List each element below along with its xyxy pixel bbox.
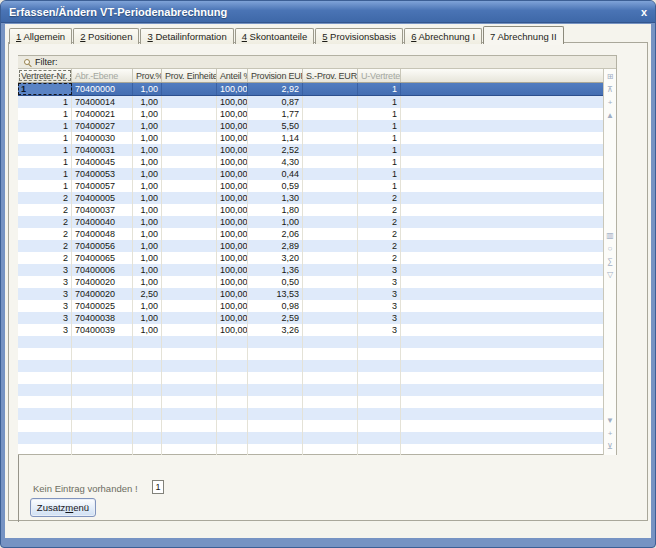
table-cell[interactable] (303, 192, 358, 204)
table-cell[interactable] (303, 288, 358, 300)
table-cell[interactable]: 1,00 (133, 264, 162, 276)
column-header[interactable]: Prov. Einheiten (162, 69, 217, 82)
table-cell[interactable] (162, 228, 217, 240)
table-row[interactable]: 1704000001,00100,002,921 (18, 83, 603, 96)
table-cell[interactable] (162, 348, 217, 360)
table-cell[interactable]: 100,00 (217, 240, 248, 252)
table-cell[interactable]: 1,30 (248, 192, 303, 204)
table-cell[interactable] (133, 420, 162, 432)
table-cell[interactable]: 1,77 (248, 108, 303, 120)
table-cell[interactable] (358, 348, 401, 360)
table-cell[interactable]: 0,44 (248, 168, 303, 180)
table-row[interactable]: 1704000531,00100,000,441 (18, 168, 603, 180)
table-cell[interactable] (358, 360, 401, 372)
table-cell[interactable]: 70400020 (72, 276, 133, 288)
empty-row[interactable] (18, 420, 603, 432)
table-cell[interactable]: 2 (358, 216, 401, 228)
table-cell[interactable] (303, 132, 358, 144)
tab-6[interactable]: 6 Abrechnung I (404, 28, 482, 44)
table-cell[interactable]: 1,36 (248, 264, 303, 276)
tab-7[interactable]: 7 Abrechnung II (483, 26, 564, 44)
table-cell[interactable] (358, 420, 401, 432)
table-cell[interactable] (248, 432, 303, 444)
tab-4[interactable]: 4 Skontoanteile (235, 28, 315, 44)
table-cell[interactable]: 1,00 (248, 216, 303, 228)
table-cell[interactable]: 3 (18, 288, 72, 300)
table-row[interactable]: 2704000481,00100,002,062 (18, 228, 603, 240)
table-cell[interactable] (358, 384, 401, 396)
table-row[interactable]: 1704000571,00100,000,591 (18, 180, 603, 192)
table-cell[interactable] (248, 444, 303, 455)
table-cell[interactable]: 2 (358, 228, 401, 240)
table-cell[interactable]: 1,00 (133, 228, 162, 240)
table-cell[interactable] (217, 384, 248, 396)
table-cell[interactable]: 1,80 (248, 204, 303, 216)
tab-3[interactable]: 3 Detailinformation (140, 28, 233, 44)
table-cell[interactable]: 70400021 (72, 108, 133, 120)
table-cell[interactable]: 100,00 (217, 204, 248, 216)
table-cell[interactable]: 1 (358, 180, 401, 192)
table-cell[interactable]: 2 (358, 204, 401, 216)
table-row[interactable]: 2704000651,00100,003,202 (18, 252, 603, 264)
table-row[interactable]: 3704000391,00100,003,263 (18, 324, 603, 336)
filter-row[interactable]: Filter: (18, 56, 616, 69)
table-cell[interactable]: 100,00 (217, 168, 248, 180)
table-cell[interactable]: 1 (18, 144, 72, 156)
scroll-down-icon[interactable]: ▼ (604, 414, 616, 427)
table-cell[interactable]: 2 (358, 192, 401, 204)
table-cell[interactable] (303, 96, 358, 108)
table-cell[interactable] (72, 336, 133, 348)
table-cell[interactable]: 1 (18, 168, 72, 180)
table-cell[interactable] (72, 408, 133, 420)
table-cell[interactable]: 1 (18, 96, 72, 108)
table-cell[interactable] (303, 120, 358, 132)
table-cell[interactable] (18, 444, 72, 455)
table-cell[interactable] (217, 420, 248, 432)
table-cell[interactable] (162, 180, 217, 192)
table-cell[interactable]: 1 (18, 156, 72, 168)
table-cell[interactable]: 1,00 (133, 276, 162, 288)
table-cell[interactable] (133, 384, 162, 396)
table-cell[interactable] (303, 444, 358, 455)
table-cell[interactable]: 100,00 (217, 276, 248, 288)
table-cell[interactable] (133, 336, 162, 348)
table-cell[interactable]: 100,00 (217, 96, 248, 108)
sum-icon[interactable]: ∑ (604, 255, 616, 268)
table-cell[interactable]: 1 (18, 180, 72, 192)
table-cell[interactable]: 1 (358, 96, 401, 108)
table-cell[interactable] (72, 372, 133, 384)
table-cell[interactable] (303, 300, 358, 312)
table-row[interactable]: 2704000051,00100,001,302 (18, 192, 603, 204)
table-cell[interactable]: 0,50 (248, 276, 303, 288)
table-cell[interactable] (18, 420, 72, 432)
table-cell[interactable] (72, 348, 133, 360)
table-cell[interactable] (18, 372, 72, 384)
table-cell[interactable] (162, 360, 217, 372)
table-row[interactable]: 3704000061,00100,001,363 (18, 264, 603, 276)
table-cell[interactable] (303, 264, 358, 276)
table-cell[interactable] (162, 408, 217, 420)
column-header[interactable]: U-Vertreter (358, 69, 401, 82)
table-cell[interactable] (18, 396, 72, 408)
column-header[interactable]: Provision EUR (248, 69, 303, 82)
table-cell[interactable]: 70400057 (72, 180, 133, 192)
table-cell[interactable]: 100,00 (217, 108, 248, 120)
table-cell[interactable]: 70400006 (72, 264, 133, 276)
table-cell[interactable] (133, 432, 162, 444)
table-cell[interactable] (248, 420, 303, 432)
table-cell[interactable] (133, 408, 162, 420)
table-cell[interactable]: 100,00 (217, 324, 248, 336)
table-cell[interactable]: 3,20 (248, 252, 303, 264)
table-cell[interactable] (162, 216, 217, 228)
table-cell[interactable]: 1,00 (133, 132, 162, 144)
column-header[interactable]: Anteil % (217, 69, 248, 82)
table-cell[interactable] (358, 408, 401, 420)
table-cell[interactable]: 70400025 (72, 300, 133, 312)
table-cell[interactable] (162, 168, 217, 180)
table-cell[interactable]: 3 (358, 324, 401, 336)
table-row[interactable]: 2704000401,00100,001,002 (18, 216, 603, 228)
table-row[interactable]: 2704000371,00100,001,802 (18, 204, 603, 216)
table-cell[interactable]: 3 (18, 300, 72, 312)
table-cell[interactable]: 1 (18, 120, 72, 132)
empty-row[interactable] (18, 360, 603, 372)
